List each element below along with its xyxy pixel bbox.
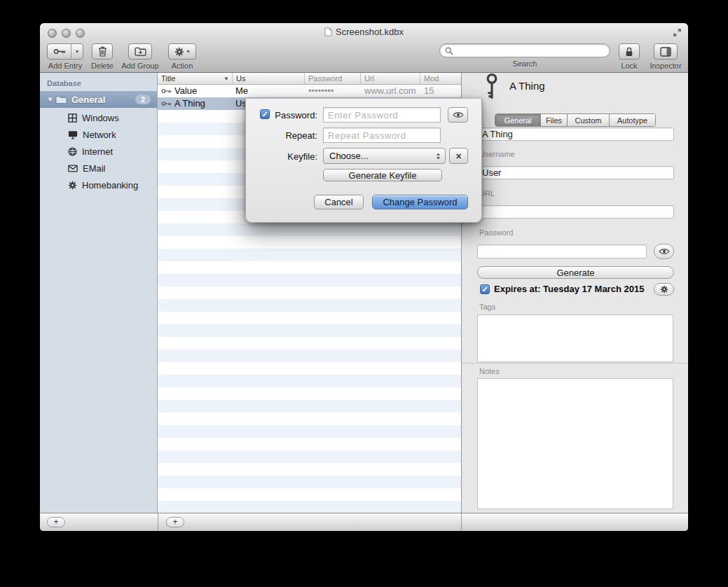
tab-custom[interactable]: Custom [568,114,610,126]
generate-password-button[interactable]: Generate [477,266,674,279]
add-group-plus-button[interactable]: + [47,517,65,527]
key-icon [161,88,172,94]
sidebar-item-label: Internet [82,146,113,157]
sidebar-group-general[interactable]: ▼ General 2 [40,91,157,108]
close-icon: × [455,151,461,162]
gear-icon [660,285,668,294]
dialog-reveal-password-button[interactable] [448,107,468,123]
username-label: Username [479,150,515,158]
lock-item: Lock [616,43,643,70]
lock-label: Lock [616,62,643,70]
password-field[interactable] [477,244,647,258]
section-divider [462,363,688,364]
expires-options-button[interactable] [654,283,674,296]
eye-icon [659,248,670,255]
title-field[interactable] [477,127,674,141]
notes-label: Notes [479,367,500,375]
folder-icon [55,95,67,104]
dialog-password-input[interactable] [323,107,441,123]
window-chrome: Screenshot.kdbx ▾ Add Entry Delete [40,23,688,73]
app-window: Screenshot.kdbx ▾ Add Entry Delete [40,23,688,531]
envelope-icon [68,165,78,172]
column-header-username[interactable]: Us [233,73,305,85]
sidebar-item-label: Windows [82,113,119,123]
add-entry-plus-button[interactable]: + [166,517,184,527]
add-entry-item: ▾ Add Entry [44,43,86,70]
tab-files[interactable]: Files [541,114,568,126]
keyfile-dropdown[interactable]: Choose... [323,148,446,164]
bottom-bar: + + [40,513,688,531]
padlock-icon [625,47,633,57]
inspector-panel-icon [660,47,671,57]
search-icon [445,47,453,55]
entry-title: Value [174,85,197,96]
sidebar-item-homebanking[interactable]: Homebanking [40,177,157,193]
sidebar-item-network[interactable]: Network [40,126,157,143]
sidebar-item-email[interactable]: EMail [40,160,157,177]
dialog-repeat-label: Repeat: [267,130,317,141]
expires-checkbox[interactable]: ✓ [480,284,490,294]
tab-general[interactable]: General [495,114,541,126]
lock-button[interactable] [619,43,640,60]
action-label: Action [166,62,198,70]
clear-keyfile-button[interactable]: × [449,148,468,164]
entry-row-value[interactable]: Value Me •••••••• www.url.com 15 [158,85,461,97]
entry-count-badge: 2 [135,95,151,104]
titlebar: Screenshot.kdbx [40,27,688,37]
column-header-password[interactable]: Password [305,73,361,85]
toolbar: ▾ Add Entry Delete Add Group [40,40,688,73]
column-header-url[interactable]: Url [361,73,420,85]
inspector-header: A Thing [481,80,545,92]
add-group-item: Add Group [118,43,162,70]
entry-username: Me [235,85,248,96]
change-password-button[interactable]: Change Password [372,195,468,209]
cancel-button[interactable]: Cancel [314,195,364,209]
add-group-button[interactable] [128,43,152,60]
inspector-item: Inspector [644,43,687,70]
tags-input[interactable] [477,315,673,362]
chevron-down-icon: ▾ [186,48,189,55]
action-item: ▾ Action [166,43,198,70]
column-header-modified[interactable]: Mod [420,73,461,85]
reveal-password-button[interactable] [654,244,674,259]
add-group-label: Add Group [118,62,162,70]
search-input[interactable] [439,43,610,57]
folder-plus-icon [135,47,146,56]
entry-key-icon [481,81,502,91]
action-button[interactable]: ▾ [168,43,196,60]
url-field[interactable] [477,205,674,219]
expires-label: Expires at: Tuesday 17 March 2015 [494,284,644,294]
sidebar-item-windows[interactable]: Windows [40,109,157,126]
disclosure-triangle-icon[interactable]: ▼ [47,96,55,103]
sidebar-section-header: Database [47,79,81,88]
dialog-repeat-input[interactable] [323,127,441,143]
list-header: Title ▼ Us Password Url Mod [158,73,461,85]
fullscreen-icon[interactable] [673,28,682,37]
sidebar-item-label: Homebanking [82,180,138,191]
notes-input[interactable] [477,378,673,509]
column-header-title[interactable]: Title ▼ [158,73,233,85]
username-field[interactable] [477,166,674,179]
entry-password: •••••••• [308,85,334,96]
password-label: Password [479,228,513,237]
sidebar-item-internet[interactable]: Internet [40,143,157,160]
add-entry-button[interactable]: ▾ [47,43,83,60]
stepper-arrows-icon [436,152,441,160]
sort-indicator-icon: ▼ [224,74,229,85]
delete-button[interactable] [92,43,113,60]
generate-keyfile-button[interactable]: Generate Keyfile [323,169,442,181]
chevron-down-icon[interactable]: ▾ [71,44,83,59]
window-panes-icon [68,113,77,123]
divider [158,513,158,531]
sidebar-item-label: Network [83,130,116,140]
globe-icon [68,147,77,156]
window-title: Screenshot.kdbx [336,27,404,37]
key-icon [48,44,71,59]
check-icon: ✓ [481,285,488,294]
delete-label: Delete [89,62,116,70]
inspector-button[interactable] [654,43,678,60]
inspector-panel: A Thing General Files Custom Autotype Us… [461,73,688,513]
tab-autotype[interactable]: Autotype [610,114,655,126]
add-entry-label: Add Entry [44,62,86,70]
gear-icon [68,181,77,190]
